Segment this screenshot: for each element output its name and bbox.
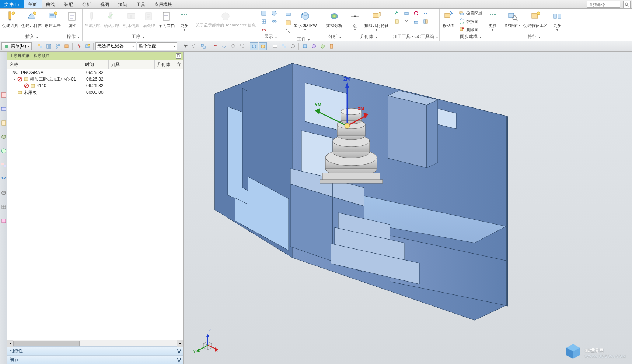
part-icon-3[interactable]	[285, 28, 291, 36]
nav-tree[interactable]: NC_PROGRAM 06:26:32 -精加工卧式加工中心-01 06:26:…	[7, 69, 183, 340]
tab-view[interactable]: 视图	[96, 0, 114, 8]
command-search-input[interactable]	[587, 1, 620, 8]
gc-icon-7[interactable]	[412, 18, 420, 25]
btn-machine-sim[interactable]: 机床仿真	[122, 10, 140, 29]
panel-dependency[interactable]: 相依性⋁	[7, 346, 183, 355]
sel-2[interactable]	[190, 42, 198, 50]
qbtn-2[interactable]	[45, 42, 53, 50]
tab-file[interactable]: 文件(F)	[0, 0, 24, 8]
btn-postprocess[interactable]: 后处理	[142, 10, 156, 29]
svg-rect-44	[494, 14, 496, 15]
tree-row-2[interactable]: +4140 06:26:32	[7, 82, 183, 89]
view-edges[interactable]	[259, 42, 267, 50]
sel-5[interactable]	[220, 42, 228, 50]
tree-row-3[interactable]: 未用项 00:00:00	[7, 89, 183, 96]
tab-assembly[interactable]: 装配	[60, 0, 78, 8]
btn-properties[interactable]: 属性	[65, 10, 80, 29]
btn-more-process[interactable]: 更多▾	[177, 10, 192, 32]
disp-2[interactable]	[280, 42, 288, 50]
display-opt-2[interactable]	[270, 10, 278, 17]
btn-shop-doc[interactable]: 车间文档	[158, 10, 175, 29]
lb-icon-8[interactable]	[1, 190, 7, 196]
btn-create-tool[interactable]: 创建刀具	[1, 10, 19, 29]
disp-1[interactable]	[271, 42, 279, 50]
lb-icon-10[interactable]	[1, 218, 7, 224]
display-opt-3[interactable]	[260, 18, 268, 25]
menu-button[interactable]: 菜单(M)▾	[1, 42, 32, 50]
panel-details[interactable]: 细节⋁	[7, 355, 183, 364]
tab-home[interactable]: 主页	[24, 0, 42, 8]
btn-find-feature[interactable]: 查找特征	[503, 10, 521, 29]
svg-point-27	[331, 13, 338, 19]
qbtn-6[interactable]	[83, 42, 91, 50]
btn-create-operation[interactable]: 创建工序	[44, 10, 62, 29]
btn-generate-toolpath[interactable]: 生成刀轨	[84, 10, 102, 29]
btn-point[interactable]: 点▾	[348, 10, 362, 32]
filter-combo[interactable]: 无选择过滤器	[95, 42, 136, 50]
sel-3[interactable]	[199, 42, 207, 50]
part-icon-2[interactable]	[285, 20, 291, 27]
display-opt-1[interactable]	[260, 10, 268, 17]
lb-icon-1[interactable]	[1, 92, 7, 98]
tab-render[interactable]: 渲染	[114, 0, 132, 8]
display-opt-5[interactable]	[260, 26, 268, 33]
tab-appmodule[interactable]: 应用模块	[150, 0, 177, 8]
btn-show-3d-ipw[interactable]: 显示 3D IPW▾	[293, 10, 318, 32]
lb-icon-3[interactable]	[1, 120, 7, 126]
lb-icon-9[interactable]	[1, 204, 7, 210]
btn-draft-analysis[interactable]: 拔模分析	[325, 10, 343, 29]
btn-delete-face[interactable]: 删除面	[457, 26, 484, 33]
sel-4[interactable]	[211, 42, 219, 50]
lb-icon-7[interactable]	[1, 176, 7, 182]
svg-rect-60	[203, 46, 205, 48]
disp-6[interactable]	[318, 42, 327, 50]
disp-4[interactable]	[301, 42, 309, 50]
tree-row-1[interactable]: -精加工卧式加工中心-01 06:26:32	[7, 76, 183, 82]
assembly-combo[interactable]: 整个装配	[137, 42, 177, 50]
qbtn-5[interactable]	[74, 42, 83, 50]
btn-replace-face[interactable]: 替换面	[457, 18, 484, 25]
part-icon-1[interactable]	[285, 11, 291, 19]
disp-7[interactable]	[327, 42, 335, 50]
display-opt-6[interactable]	[270, 26, 278, 33]
disp-3[interactable]	[289, 42, 297, 50]
btn-more-feature[interactable]: 更多▾	[550, 10, 565, 32]
display-opt-4[interactable]	[270, 18, 278, 25]
lb-icon-5[interactable]	[1, 148, 7, 154]
qbtn-3[interactable]	[53, 42, 62, 50]
tab-curve[interactable]: 曲线	[42, 0, 60, 8]
nav-hscrollbar[interactable]: ◂▸	[7, 340, 183, 346]
gc-icon-6[interactable]	[402, 18, 411, 25]
gc-icon-3[interactable]	[412, 10, 420, 17]
btn-more-sync[interactable]: 更多▾	[485, 10, 500, 32]
gc-icon-4[interactable]	[422, 10, 430, 17]
svg-rect-85	[31, 84, 35, 87]
tab-analysis[interactable]: 分析	[78, 0, 96, 8]
gc-icon-2[interactable]	[402, 10, 411, 17]
btn-verify-toolpath[interactable]: 确认刀轨	[103, 10, 121, 29]
3d-viewport[interactable]: ZM YM XM Z X Y 3D世界网WWW.3DSJW.COM	[184, 52, 632, 364]
qbtn-1[interactable]	[36, 42, 44, 50]
disp-5[interactable]	[310, 42, 318, 50]
command-search-button[interactable]	[623, 1, 631, 8]
gc-icon-5[interactable]	[393, 18, 401, 25]
view-shaded[interactable]	[250, 42, 258, 50]
gc-icon-1[interactable]	[393, 10, 401, 17]
btn-create-feature-process[interactable]: 创建特征工艺	[523, 10, 548, 29]
gc-icon-8[interactable]	[422, 18, 430, 25]
lb-icon-6[interactable]	[1, 162, 7, 168]
btn-create-geometry[interactable]: 创建几何体	[21, 10, 42, 29]
btn-offset-region[interactable]: 偏置区域	[457, 10, 484, 17]
sel-6[interactable]	[229, 42, 237, 50]
nav-maximize-button[interactable]: ☐	[176, 53, 181, 59]
sel-1[interactable]	[181, 42, 189, 50]
lb-icon-4[interactable]	[1, 134, 7, 140]
tab-tools[interactable]: 工具	[132, 0, 150, 8]
lb-icon-2[interactable]	[1, 106, 7, 112]
btn-move-face[interactable]: 移动面	[441, 10, 456, 29]
btn-extract-geom[interactable]: 抽取几何特征▾	[364, 10, 390, 32]
svg-line-106	[347, 116, 366, 126]
qbtn-4[interactable]	[62, 42, 70, 50]
tree-row-nc-program[interactable]: NC_PROGRAM 06:26:32	[7, 69, 183, 76]
sel-7[interactable]	[238, 42, 246, 50]
